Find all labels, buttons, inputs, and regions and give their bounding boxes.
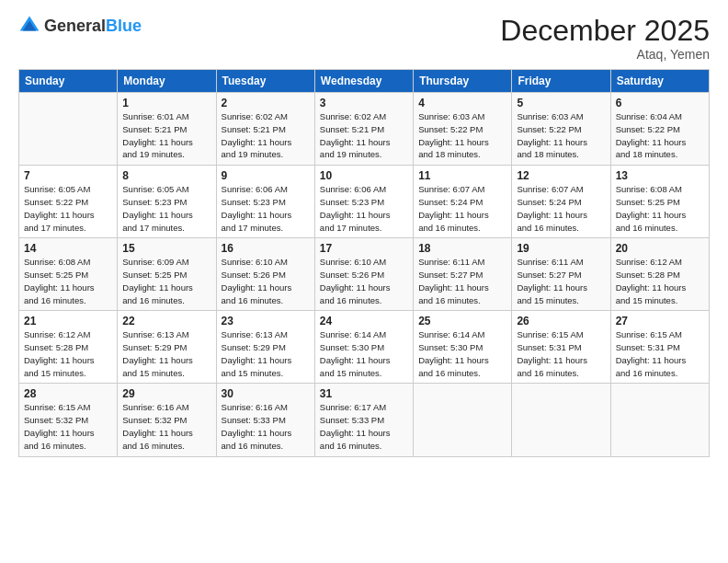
day-info: Sunrise: 6:13 AM Sunset: 5:29 PM Dayligh… xyxy=(222,328,310,379)
table-row: 5Sunrise: 6:03 AM Sunset: 5:22 PM Daylig… xyxy=(512,93,610,166)
day-number: 17 xyxy=(320,242,408,255)
day-number: 14 xyxy=(24,242,112,255)
day-info: Sunrise: 6:16 AM Sunset: 5:32 PM Dayligh… xyxy=(122,401,210,452)
day-info: Sunrise: 6:10 AM Sunset: 5:26 PM Dayligh… xyxy=(222,256,310,306)
col-thursday: Thursday xyxy=(414,70,512,93)
day-number: 4 xyxy=(418,97,506,109)
table-row: 17Sunrise: 6:10 AM Sunset: 5:26 PM Dayli… xyxy=(314,238,413,311)
day-number: 28 xyxy=(24,387,112,400)
table-row: 10Sunrise: 6:06 AM Sunset: 5:23 PM Dayli… xyxy=(314,166,413,238)
day-info: Sunrise: 6:15 AM Sunset: 5:32 PM Dayligh… xyxy=(24,401,112,452)
day-number: 26 xyxy=(517,315,605,327)
logo-general: General xyxy=(44,17,106,35)
day-number: 13 xyxy=(616,169,704,182)
day-number: 5 xyxy=(517,97,605,109)
logo: GeneralBlue xyxy=(18,15,142,37)
table-row: 26Sunrise: 6:15 AM Sunset: 5:31 PM Dayli… xyxy=(512,311,610,384)
table-row: 6Sunrise: 6:04 AM Sunset: 5:22 PM Daylig… xyxy=(610,93,709,166)
day-number: 2 xyxy=(222,97,310,109)
header: GeneralBlue December 2025 Ataq, Yemen xyxy=(18,15,710,62)
col-monday: Monday xyxy=(118,70,216,93)
day-info: Sunrise: 6:09 AM Sunset: 5:25 PM Dayligh… xyxy=(122,256,210,306)
day-info: Sunrise: 6:17 AM Sunset: 5:33 PM Dayligh… xyxy=(320,401,408,452)
day-info: Sunrise: 6:05 AM Sunset: 5:23 PM Dayligh… xyxy=(122,183,210,234)
table-row: 3Sunrise: 6:02 AM Sunset: 5:21 PM Daylig… xyxy=(314,93,413,166)
day-info: Sunrise: 6:10 AM Sunset: 5:26 PM Dayligh… xyxy=(320,256,408,306)
day-number: 1 xyxy=(122,97,210,109)
day-number: 16 xyxy=(222,242,310,255)
table-row: 15Sunrise: 6:09 AM Sunset: 5:25 PM Dayli… xyxy=(118,238,216,311)
day-info: Sunrise: 6:03 AM Sunset: 5:22 PM Dayligh… xyxy=(418,110,506,161)
day-number: 29 xyxy=(122,387,210,400)
table-row: 25Sunrise: 6:14 AM Sunset: 5:30 PM Dayli… xyxy=(414,311,512,384)
table-row: 1Sunrise: 6:01 AM Sunset: 5:21 PM Daylig… xyxy=(118,93,216,166)
calendar-row: 28Sunrise: 6:15 AM Sunset: 5:32 PM Dayli… xyxy=(19,384,710,456)
table-row: 21Sunrise: 6:12 AM Sunset: 5:28 PM Dayli… xyxy=(19,311,118,384)
calendar-row: 7Sunrise: 6:05 AM Sunset: 5:22 PM Daylig… xyxy=(19,166,710,238)
day-info: Sunrise: 6:02 AM Sunset: 5:21 PM Dayligh… xyxy=(320,110,408,161)
table-row: 20Sunrise: 6:12 AM Sunset: 5:28 PM Dayli… xyxy=(610,238,709,311)
day-info: Sunrise: 6:15 AM Sunset: 5:31 PM Dayligh… xyxy=(616,328,704,379)
table-row: 14Sunrise: 6:08 AM Sunset: 5:25 PM Dayli… xyxy=(19,238,118,311)
day-number: 10 xyxy=(320,169,408,182)
table-row: 31Sunrise: 6:17 AM Sunset: 5:33 PM Dayli… xyxy=(314,384,413,456)
day-info: Sunrise: 6:04 AM Sunset: 5:22 PM Dayligh… xyxy=(616,110,704,161)
day-number: 25 xyxy=(418,315,506,327)
day-info: Sunrise: 6:08 AM Sunset: 5:25 PM Dayligh… xyxy=(24,256,112,306)
calendar-row: 21Sunrise: 6:12 AM Sunset: 5:28 PM Dayli… xyxy=(19,311,710,384)
table-row: 16Sunrise: 6:10 AM Sunset: 5:26 PM Dayli… xyxy=(216,238,314,311)
day-info: Sunrise: 6:12 AM Sunset: 5:28 PM Dayligh… xyxy=(24,328,112,379)
day-number: 18 xyxy=(418,242,506,255)
day-number: 8 xyxy=(122,169,210,182)
day-info: Sunrise: 6:15 AM Sunset: 5:31 PM Dayligh… xyxy=(517,328,605,379)
day-number: 9 xyxy=(222,169,310,182)
col-friday: Friday xyxy=(512,70,610,93)
day-number: 7 xyxy=(24,169,112,182)
day-info: Sunrise: 6:02 AM Sunset: 5:21 PM Dayligh… xyxy=(222,110,310,161)
table-row: 19Sunrise: 6:11 AM Sunset: 5:27 PM Dayli… xyxy=(512,238,610,311)
day-number: 23 xyxy=(222,315,310,327)
col-wednesday: Wednesday xyxy=(314,70,413,93)
day-info: Sunrise: 6:01 AM Sunset: 5:21 PM Dayligh… xyxy=(122,110,210,161)
day-info: Sunrise: 6:06 AM Sunset: 5:23 PM Dayligh… xyxy=(222,183,310,234)
day-info: Sunrise: 6:14 AM Sunset: 5:30 PM Dayligh… xyxy=(418,328,506,379)
table-row xyxy=(414,384,512,456)
day-number: 31 xyxy=(320,387,408,400)
day-number: 27 xyxy=(616,315,704,327)
day-number: 20 xyxy=(616,242,704,255)
table-row xyxy=(610,384,709,456)
calendar-row: 14Sunrise: 6:08 AM Sunset: 5:25 PM Dayli… xyxy=(19,238,710,311)
table-row xyxy=(19,93,118,166)
title-block: December 2025 Ataq, Yemen xyxy=(500,15,710,62)
table-row: 22Sunrise: 6:13 AM Sunset: 5:29 PM Dayli… xyxy=(118,311,216,384)
header-row: Sunday Monday Tuesday Wednesday Thursday… xyxy=(19,70,710,93)
day-info: Sunrise: 6:16 AM Sunset: 5:33 PM Dayligh… xyxy=(222,401,310,452)
day-number: 12 xyxy=(517,169,605,182)
day-info: Sunrise: 6:05 AM Sunset: 5:22 PM Dayligh… xyxy=(24,183,112,234)
day-info: Sunrise: 6:07 AM Sunset: 5:24 PM Dayligh… xyxy=(418,183,506,234)
day-number: 3 xyxy=(320,97,408,109)
day-number: 19 xyxy=(517,242,605,255)
table-row: 23Sunrise: 6:13 AM Sunset: 5:29 PM Dayli… xyxy=(216,311,314,384)
calendar-table: Sunday Monday Tuesday Wednesday Thursday… xyxy=(18,69,710,456)
page: GeneralBlue December 2025 Ataq, Yemen Su… xyxy=(0,0,728,563)
day-info: Sunrise: 6:13 AM Sunset: 5:29 PM Dayligh… xyxy=(122,328,210,379)
table-row: 30Sunrise: 6:16 AM Sunset: 5:33 PM Dayli… xyxy=(216,384,314,456)
table-row: 4Sunrise: 6:03 AM Sunset: 5:22 PM Daylig… xyxy=(414,93,512,166)
day-number: 11 xyxy=(418,169,506,182)
day-info: Sunrise: 6:07 AM Sunset: 5:24 PM Dayligh… xyxy=(517,183,605,234)
col-tuesday: Tuesday xyxy=(216,70,314,93)
calendar-row: 1Sunrise: 6:01 AM Sunset: 5:21 PM Daylig… xyxy=(19,93,710,166)
day-info: Sunrise: 6:03 AM Sunset: 5:22 PM Dayligh… xyxy=(517,110,605,161)
table-row: 12Sunrise: 6:07 AM Sunset: 5:24 PM Dayli… xyxy=(512,166,610,238)
logo-icon xyxy=(18,15,40,37)
day-info: Sunrise: 6:11 AM Sunset: 5:27 PM Dayligh… xyxy=(418,256,506,306)
table-row: 9Sunrise: 6:06 AM Sunset: 5:23 PM Daylig… xyxy=(216,166,314,238)
day-number: 22 xyxy=(122,315,210,327)
day-info: Sunrise: 6:06 AM Sunset: 5:23 PM Dayligh… xyxy=(320,183,408,234)
table-row: 13Sunrise: 6:08 AM Sunset: 5:25 PM Dayli… xyxy=(610,166,709,238)
table-row: 27Sunrise: 6:15 AM Sunset: 5:31 PM Dayli… xyxy=(610,311,709,384)
table-row: 11Sunrise: 6:07 AM Sunset: 5:24 PM Dayli… xyxy=(414,166,512,238)
day-number: 21 xyxy=(24,315,112,327)
day-number: 24 xyxy=(320,315,408,327)
